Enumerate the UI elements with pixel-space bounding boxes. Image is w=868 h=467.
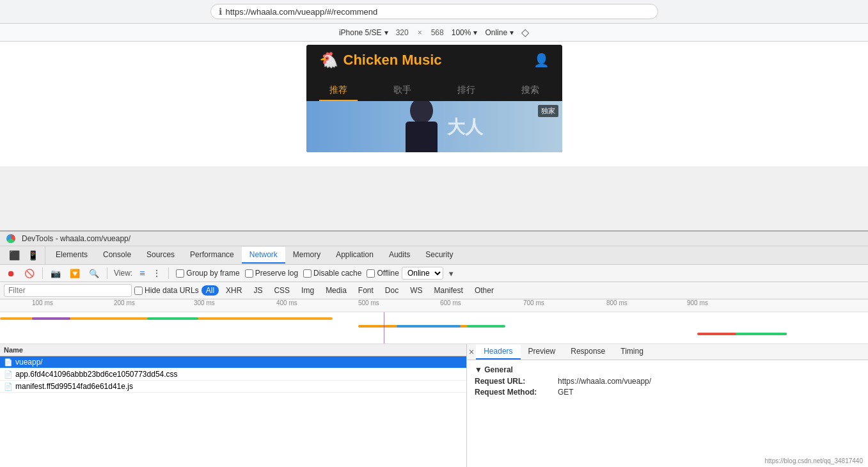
timeline-mark-100: 100 ms	[32, 299, 53, 306]
chevron-down-network-icon: ▾	[510, 28, 514, 37]
page-area: 🐔 Chicken Music 👤 推荐 歌手 排行 搜索	[0, 42, 868, 166]
nav-item-search[interactable]: 搜索	[511, 81, 549, 101]
timeline-mark-300: 300 ms	[194, 299, 215, 306]
filter-ws-button[interactable]: WS	[406, 285, 427, 296]
filter-button[interactable]: 🔽	[67, 267, 83, 280]
chrome-icon	[6, 234, 15, 243]
address-bar-row: ℹ https://whaala.com/vueapp/#/recommend	[0, 0, 868, 24]
device-width: 320	[396, 28, 409, 37]
large-view-button[interactable]: ⋮	[150, 267, 164, 279]
filter-row: Hide data URLs All XHR JS CSS Img Media …	[0, 282, 868, 299]
waterfall-bar-2c	[467, 325, 505, 328]
throttle-select[interactable]: Online	[402, 267, 443, 280]
filter-font-button[interactable]: Font	[354, 285, 378, 296]
app-container: 🐔 Chicken Music 👤 推荐 歌手 排行 搜索	[306, 45, 562, 152]
offline-checkbox[interactable]	[367, 269, 375, 278]
tab-network[interactable]: Network	[242, 247, 285, 264]
filter-img-button[interactable]: Img	[297, 285, 319, 296]
hide-urls-text: Hide data URLs	[145, 286, 199, 295]
toolbar-divider-3	[168, 267, 169, 279]
file-icon-1: 📄	[4, 358, 13, 367]
zoom-selector[interactable]: 100% ▾	[452, 28, 478, 37]
filter-all-button[interactable]: All	[201, 285, 219, 296]
request-method-val: GET	[558, 388, 574, 397]
request-list-header: Name	[0, 344, 466, 356]
filter-other-button[interactable]: Other	[470, 285, 498, 296]
filter-input[interactable]	[4, 284, 132, 297]
timeline-mark-700: 700 ms	[523, 299, 544, 306]
devtools-panel: DevTools - whaala.com/vueapp/ ⬛ 📱 Elemen…	[0, 230, 868, 467]
group-by-frame-label[interactable]: Group by frame	[176, 269, 239, 278]
timeline-mark-500: 500 ms	[358, 299, 379, 306]
filter-xhr-button[interactable]: XHR	[221, 285, 246, 296]
app-logo: 🐔 Chicken Music	[319, 51, 442, 69]
details-header: × Headers Preview Response Timing	[467, 344, 868, 360]
details-panel: × Headers Preview Response Timing ▼ Gene…	[467, 344, 868, 467]
app-content: 大人 独家	[306, 101, 562, 152]
tab-elements[interactable]: Elements	[48, 247, 95, 264]
timeline-mark-200: 200 ms	[114, 299, 135, 306]
filter-doc-button[interactable]: Doc	[381, 285, 403, 296]
preserve-log-checkbox[interactable]	[245, 269, 253, 278]
record-button[interactable]: ⏺	[4, 267, 19, 280]
request-name-2: app.6fd4c41096abbb23bd6ce1050773dd54.css	[15, 370, 178, 379]
device-selector[interactable]: iPhone 5/SE ▾	[339, 28, 388, 37]
details-tab-timing[interactable]: Timing	[613, 344, 651, 360]
tab-console[interactable]: Console	[95, 247, 139, 264]
svg-rect-2	[406, 122, 438, 152]
clear-button[interactable]: 🚫	[21, 267, 38, 280]
filter-media-button[interactable]: Media	[321, 285, 351, 296]
disable-cache-label[interactable]: Disable cache	[303, 269, 361, 278]
tab-performance[interactable]: Performance	[182, 247, 242, 264]
address-bar[interactable]: ℹ https://whaala.com/vueapp/#/recommend	[210, 4, 658, 19]
preserve-log-label[interactable]: Preserve log	[245, 269, 298, 278]
disable-cache-checkbox[interactable]	[303, 269, 312, 278]
network-selector[interactable]: Online ▾	[485, 28, 514, 37]
device-mode-button[interactable]: 📱	[25, 249, 41, 262]
chevron-down-zoom-icon: ▾	[473, 28, 477, 37]
tab-security[interactable]: Security	[418, 247, 461, 264]
waterfall-bar-3b	[736, 333, 787, 335]
list-view-button[interactable]: ≡	[137, 267, 147, 279]
request-panel: Name 📄 vueapp/ 📄 app.6fd4c41096abbb23bd6…	[0, 344, 868, 467]
name-column-header: Name	[4, 346, 462, 354]
address-text: https://whaala.com/vueapp/#/recommend	[226, 7, 378, 17]
filter-js-button[interactable]: JS	[249, 285, 267, 296]
file-icon-3: 📄	[4, 383, 13, 391]
timeline-mark-900: 900 ms	[687, 299, 708, 306]
timeline-mark-600: 600 ms	[440, 299, 461, 306]
request-item-css[interactable]: 📄 app.6fd4c41096abbb23bd6ce1050773dd54.c…	[0, 368, 466, 381]
nav-item-rank[interactable]: 排行	[447, 81, 485, 101]
timeline-marker-line	[384, 312, 384, 344]
element-picker-button[interactable]: ⬛	[6, 249, 22, 262]
toolbar-divider-1	[42, 267, 43, 279]
details-close-button[interactable]: ×	[467, 345, 476, 359]
tab-memory[interactable]: Memory	[285, 247, 328, 264]
tab-audits[interactable]: Audits	[381, 247, 418, 264]
details-tab-headers[interactable]: Headers	[476, 344, 520, 360]
request-name-3: manifest.ff5d99514fad6e61d41e.js	[15, 382, 133, 391]
search-button[interactable]: 🔍	[86, 267, 102, 280]
tab-application[interactable]: Application	[328, 247, 381, 264]
filter-css-button[interactable]: CSS	[269, 285, 294, 296]
content-banner: 大人	[306, 101, 562, 152]
details-tab-preview[interactable]: Preview	[521, 344, 564, 360]
app-title: Chicken Music	[343, 52, 442, 68]
nav-item-recommend[interactable]: 推荐	[319, 81, 358, 101]
hide-data-urls-label[interactable]: Hide data URLs	[134, 286, 199, 295]
throttle-options-button[interactable]: ▾	[446, 267, 457, 280]
group-by-frame-checkbox[interactable]	[176, 269, 184, 278]
details-tab-response[interactable]: Response	[563, 344, 613, 360]
request-item-manifest[interactable]: 📄 manifest.ff5d99514fad6e61d41e.js	[0, 381, 466, 393]
camera-button[interactable]: 📷	[47, 267, 64, 280]
filter-manifest-button[interactable]: Manifest	[430, 285, 468, 296]
device-label: iPhone 5/SE	[339, 28, 382, 37]
chevron-down-icon: ▾	[384, 28, 388, 37]
hide-data-urls-checkbox[interactable]	[134, 287, 143, 295]
tab-sources[interactable]: Sources	[139, 247, 182, 264]
offline-label[interactable]: Offline	[367, 269, 398, 278]
nav-item-artist[interactable]: 歌手	[383, 81, 422, 101]
request-item-vueapp[interactable]: 📄 vueapp/	[0, 356, 466, 368]
sensors-icon[interactable]: ◇	[521, 26, 529, 38]
timeline-bars	[0, 312, 868, 344]
